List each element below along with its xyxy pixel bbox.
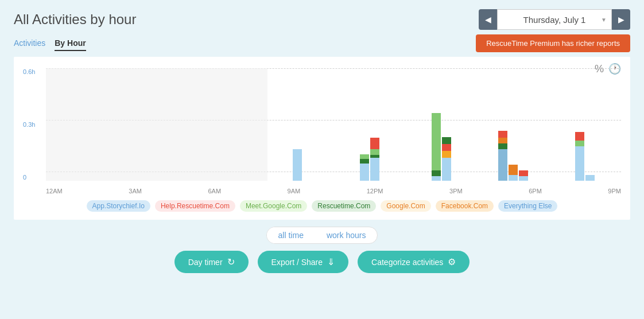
legend-label: Facebook.Com (441, 202, 488, 210)
bar-col-6pm-2 (509, 68, 518, 181)
tab-activities[interactable]: Activities (14, 36, 45, 51)
day-timer-label: Day timer (188, 258, 223, 267)
bar-col-3pm-1 (432, 68, 441, 181)
bar-segment (432, 170, 441, 176)
bar-col-12pm-2 (370, 68, 379, 181)
bar-segment (575, 132, 584, 141)
work-hours-button[interactable]: work hours (315, 227, 377, 243)
legend-item-facebook[interactable]: Facebook.Com (436, 200, 494, 212)
bar-segment (575, 141, 584, 146)
bar-segment (519, 176, 528, 181)
legend-item-rescuetime-help[interactable]: Help.Rescuetime.Com (155, 200, 235, 212)
bar-segment (585, 175, 595, 181)
x-axis: 12AM 3AM 6AM 9AM 12PM 3PM 6PM 9PM (46, 188, 621, 194)
bar-group-9pm (549, 68, 621, 181)
legend-item-meet-google[interactable]: Meet.Google.Com (240, 200, 307, 212)
x-label-6am: 6AM (208, 188, 221, 194)
export-share-button[interactable]: Export / Share ⇓ (258, 251, 349, 273)
bar-segment (498, 138, 507, 143)
prev-date-button[interactable]: ◀ (479, 9, 497, 30)
bar-group-3pm (405, 68, 477, 181)
date-dropdown-arrow-icon: ▼ (601, 17, 607, 23)
next-date-button[interactable]: ▶ (612, 9, 630, 30)
bar-segment (442, 158, 451, 181)
x-label-6pm: 6PM (529, 188, 542, 194)
tabs: Activities By Hour (14, 36, 86, 51)
bars-area (46, 68, 621, 181)
legend-label: Meet.Google.Com (246, 202, 301, 210)
legend-label: App.Storychief.Io (92, 202, 145, 210)
bar-segment (509, 175, 518, 181)
legend-label: Google.Com (386, 202, 425, 210)
x-label-3pm: 3PM (449, 188, 463, 194)
header: All Activities by hour ◀ Thursday, July … (0, 0, 644, 34)
y-axis: 0.6h 0.3h 0 (23, 68, 46, 194)
bar-segment (498, 149, 507, 181)
bar-segment (519, 170, 528, 176)
bar-segment (432, 113, 441, 170)
bar-col-9pm-1 (575, 68, 584, 181)
legend-item-everything-else[interactable]: Everything Else (498, 200, 557, 212)
bar-segment (293, 149, 302, 181)
tabs-row: Activities By Hour RescueTime Premium ha… (0, 34, 644, 57)
legend: App.Storychief.Io Help.Rescuetime.Com Me… (23, 194, 621, 215)
export-share-label: Export / Share (271, 258, 323, 267)
bar-segment (360, 164, 369, 181)
chart-container: % 🕐 0.6h 0.3h 0 (14, 57, 630, 220)
bar-segment (360, 159, 369, 164)
bar-group-6am (190, 68, 262, 181)
y-label-03: 0.3h (23, 121, 46, 128)
bar-segment (370, 138, 379, 149)
bar-group-3am (118, 68, 189, 181)
page-title: All Activities by hour (14, 11, 136, 28)
legend-label: Help.Rescuetime.Com (161, 202, 230, 210)
bar-segment (509, 165, 518, 175)
premium-button[interactable]: RescueTime Premium has richer reports (476, 34, 630, 52)
bar-segment (370, 149, 379, 155)
legend-label: Rescuetime.Com (317, 202, 370, 210)
date-nav: ◀ Thursday, July 1 ▼ ▶ (479, 9, 630, 30)
all-time-button[interactable]: all time (267, 227, 315, 243)
x-label-12am: 12AM (46, 188, 63, 194)
time-filter: all time work hours (266, 227, 378, 244)
categorize-activities-button[interactable]: Categorize activities ⚙ (358, 251, 470, 273)
categorize-label: Categorize activities (371, 258, 443, 267)
x-label-3am: 3AM (129, 188, 142, 194)
bar-group-9am (262, 68, 333, 181)
bar-segment (432, 176, 441, 181)
chart-area: 0.6h 0.3h 0 (23, 68, 621, 194)
bar-col-9am-1 (293, 68, 302, 181)
date-display: Thursday, July 1 ▼ (497, 9, 612, 30)
action-buttons: Day timer ↻ Export / Share ⇓ Categorize … (174, 251, 470, 273)
bar-segment (442, 144, 451, 151)
bar-segment (498, 143, 507, 149)
day-timer-button[interactable]: Day timer ↻ (174, 251, 249, 273)
page: All Activities by hour ◀ Thursday, July … (0, 0, 644, 319)
export-share-icon: ⇓ (327, 256, 335, 267)
bottom-controls: all time work hours Day timer ↻ Export /… (0, 220, 644, 282)
bar-col-9pm-2 (585, 68, 595, 181)
legend-item-rescuetime[interactable]: Rescuetime.Com (312, 200, 376, 212)
bar-col-12pm-1 (360, 68, 369, 181)
categorize-icon: ⚙ (448, 256, 456, 267)
bar-segment (370, 158, 379, 181)
bar-col-6pm-1 (498, 68, 507, 181)
bar-group-6pm (478, 68, 549, 181)
x-label-9pm: 9PM (608, 188, 621, 194)
bar-group-12pm (333, 68, 405, 181)
tab-by-hour[interactable]: By Hour (55, 36, 86, 51)
bar-col-3pm-2 (442, 68, 451, 181)
y-label-06: 0.6h (23, 68, 46, 75)
bar-segment (498, 131, 507, 138)
bar-segment (442, 151, 451, 158)
bar-col-6pm-3 (519, 68, 528, 181)
x-label-9am: 9AM (288, 188, 301, 194)
bar-group-12am (46, 68, 118, 181)
bar-segment (575, 146, 584, 181)
legend-label: Everything Else (504, 202, 552, 210)
bar-segment (442, 137, 451, 144)
day-timer-icon: ↻ (227, 256, 235, 267)
legend-item-google[interactable]: Google.Com (381, 200, 430, 212)
x-label-12pm: 12PM (367, 188, 383, 194)
legend-item-storychief[interactable]: App.Storychief.Io (87, 200, 150, 212)
